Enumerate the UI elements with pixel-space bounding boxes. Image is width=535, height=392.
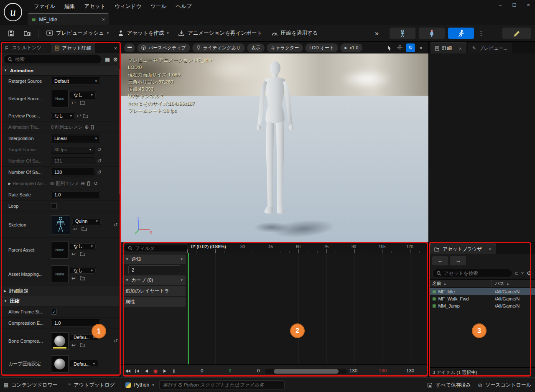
track-notifies[interactable]: ▼ 通知 ▾ bbox=[122, 255, 186, 264]
loop-checkbox[interactable] bbox=[51, 203, 57, 209]
menu-asset[interactable]: アセット bbox=[79, 1, 110, 12]
python-console-field[interactable] bbox=[159, 380, 285, 389]
record-button[interactable] bbox=[152, 367, 159, 375]
use-selected-icon[interactable]: ↩ bbox=[73, 226, 77, 232]
misc-tool-button[interactable] bbox=[502, 28, 531, 39]
apply-compression-button[interactable]: 圧縮を適用する bbox=[268, 27, 321, 39]
viewport-overflow-button[interactable]: » bbox=[416, 43, 425, 52]
reset-to-default-icon[interactable]: ↺ bbox=[96, 169, 102, 175]
menu-help[interactable]: ヘルプ bbox=[171, 1, 196, 12]
move-tool-button[interactable] bbox=[395, 43, 405, 52]
track-additive-layer[interactable]: 追加のレイヤートラ bbox=[122, 286, 186, 296]
playhead[interactable] bbox=[188, 253, 189, 364]
trash-icon[interactable] bbox=[87, 181, 91, 186]
add-element-icon[interactable]: ⊕ bbox=[81, 181, 85, 186]
details-search-box[interactable] bbox=[3, 55, 102, 64]
timeline-ruler[interactable]: 0* (0.02) (0.36%) 15 30 45 60 75 90 105 … bbox=[187, 243, 428, 253]
track-curves[interactable]: ▼ カーブ (0) ▾ bbox=[122, 275, 186, 285]
select-tool-button[interactable] bbox=[385, 43, 394, 52]
compression-error-field[interactable]: 1.0 bbox=[51, 319, 100, 327]
current-frame-value[interactable]: 0 bbox=[229, 368, 231, 373]
use-selected-icon[interactable]: ↩ bbox=[77, 113, 81, 119]
playback-start-value[interactable]: 0 bbox=[201, 368, 203, 373]
asset-search-box[interactable] bbox=[432, 269, 512, 278]
curve-compression-dropdown[interactable]: Defau... ▾ bbox=[70, 360, 98, 367]
unreal-logo-icon[interactable]: u bbox=[4, 3, 22, 21]
parent-asset-dropdown[interactable]: なし ▾ bbox=[70, 243, 96, 250]
skeleton-dropdown[interactable]: Quinn ▾ bbox=[72, 218, 101, 225]
perspective-dropdown[interactable]: パースペクティブ bbox=[137, 43, 190, 52]
python-console-button[interactable]: Python ▾ bbox=[125, 382, 154, 388]
animation-mode-button[interactable] bbox=[448, 28, 474, 39]
track-attributes[interactable]: 属性 bbox=[122, 297, 186, 307]
go-to-start-button[interactable] bbox=[124, 367, 132, 375]
tab-close-icon[interactable]: × bbox=[102, 17, 105, 23]
tab-skeleton-tree[interactable]: スケルトンツ... bbox=[1, 43, 50, 53]
browse-folder-icon[interactable] bbox=[80, 276, 85, 280]
browse-folder-icon[interactable] bbox=[82, 227, 87, 231]
forward-button[interactable]: → bbox=[450, 256, 466, 265]
filter-funnel-icon[interactable] bbox=[521, 271, 524, 275]
notify-track-field[interactable]: 2 bbox=[128, 265, 180, 274]
settings-gear-icon[interactable]: ⚙ bbox=[527, 270, 532, 276]
use-selected-icon[interactable]: ↩ bbox=[71, 100, 76, 106]
details-scrollbar[interactable] bbox=[119, 66, 121, 377]
minimize-icon[interactable]: – bbox=[499, 2, 502, 8]
range-start-value[interactable]: 130 bbox=[349, 368, 357, 373]
viewport-scene[interactable]: Z X プレビュー中 アニメーション MF_Idle LOD:0 現在の画面サイ… bbox=[121, 53, 428, 242]
reimport-animation-button[interactable]: アニメーションを再インポート bbox=[174, 27, 266, 39]
timeline-scrollbar-thumb[interactable] bbox=[274, 369, 339, 374]
section-compression[interactable]: ▼ 圧縮 bbox=[0, 296, 121, 306]
asset-row-mf-idle[interactable]: ▦MF_Idle /All/Game/N bbox=[429, 288, 535, 295]
interpolation-dropdown[interactable]: Linear ▾ bbox=[51, 135, 100, 143]
add-element-icon[interactable]: ⊕ bbox=[84, 124, 89, 130]
timeline-scrollbar[interactable] bbox=[265, 369, 347, 374]
tab-preview-scene[interactable]: ✎ プレビュー... bbox=[468, 43, 512, 53]
preview-mesh-button[interactable]: プレビューメッシュ ▾ bbox=[43, 27, 112, 39]
panel-close-icon[interactable]: × bbox=[114, 46, 120, 53]
details-search-input[interactable] bbox=[15, 57, 98, 62]
curve-compression-thumbnail[interactable] bbox=[51, 355, 69, 373]
tab-mf-idle[interactable]: ▦ MF_Idle × bbox=[28, 13, 109, 25]
browse-folder-icon[interactable] bbox=[80, 252, 85, 256]
section-animation[interactable]: ▼ Animation bbox=[0, 66, 121, 76]
show-dropdown[interactable]: 表示 bbox=[247, 43, 265, 52]
retarget-source-asset-dropdown[interactable]: なし ▾ bbox=[70, 92, 96, 99]
skeleton-mode-button[interactable] bbox=[390, 28, 415, 39]
mesh-mode-button[interactable] bbox=[419, 28, 445, 39]
playback-offset-value[interactable]: 0 bbox=[257, 368, 260, 373]
use-selected-icon[interactable]: ↩ bbox=[71, 251, 76, 257]
browse-to-asset-button[interactable] bbox=[20, 28, 35, 39]
viewport-menu-button[interactable] bbox=[124, 43, 135, 52]
column-name[interactable]: 名前 ▲ bbox=[429, 280, 492, 288]
asset-thumbnail[interactable]: None bbox=[51, 265, 69, 283]
target-frame-rate-dropdown[interactable]: 30 fps ▾ bbox=[51, 146, 94, 154]
use-selected-icon[interactable]: ↩ bbox=[71, 275, 76, 281]
retarget-source-dropdown[interactable]: Default ▾ bbox=[51, 77, 100, 85]
create-asset-button[interactable]: アセットを作成 ▾ bbox=[114, 27, 173, 39]
bone-compression-dropdown[interactable]: Defau... ▾ bbox=[70, 334, 98, 341]
output-log-button[interactable]: ≡ アウトプットログ bbox=[68, 382, 115, 389]
skeleton-thumbnail[interactable] bbox=[51, 215, 70, 234]
chevron-down-icon[interactable]: ▾ bbox=[181, 257, 183, 261]
menu-file[interactable]: ファイル bbox=[29, 1, 60, 12]
display-grid-icon[interactable]: ▦ bbox=[105, 56, 110, 63]
collapsed-icon[interactable]: ▶ bbox=[8, 182, 11, 186]
browse-folder-icon[interactable] bbox=[83, 114, 88, 118]
asset-mapping-dropdown[interactable]: なし ▾ bbox=[70, 267, 96, 274]
folder-filter-icon[interactable] bbox=[515, 271, 518, 276]
rotate-tool-button[interactable]: ↻ bbox=[406, 43, 415, 52]
rate-scale-field[interactable]: 1.0 bbox=[51, 191, 100, 199]
reset-to-default-icon[interactable]: ↺ bbox=[96, 147, 102, 153]
range-end-value[interactable]: 130 bbox=[406, 368, 414, 373]
go-to-end-button[interactable] bbox=[170, 367, 178, 375]
preview-viewport[interactable]: パースペクティブ ライティングあり 表示 キャラクター LOD オート ▶ x1… bbox=[121, 42, 428, 242]
preview-pose-dropdown[interactable]: なし ▾ bbox=[51, 112, 75, 120]
tab-close-icon[interactable]: × bbox=[459, 46, 462, 51]
step-backward-button[interactable] bbox=[133, 367, 141, 375]
play-button[interactable] bbox=[161, 367, 168, 375]
kebab-menu-icon[interactable]: ⋮ bbox=[477, 30, 485, 37]
menu-tools[interactable]: ツール bbox=[146, 1, 171, 12]
settings-gear-icon[interactable]: ⚙ bbox=[113, 56, 118, 63]
content-drawer-button[interactable]: ▤ コンテンツドロワー bbox=[4, 382, 58, 389]
